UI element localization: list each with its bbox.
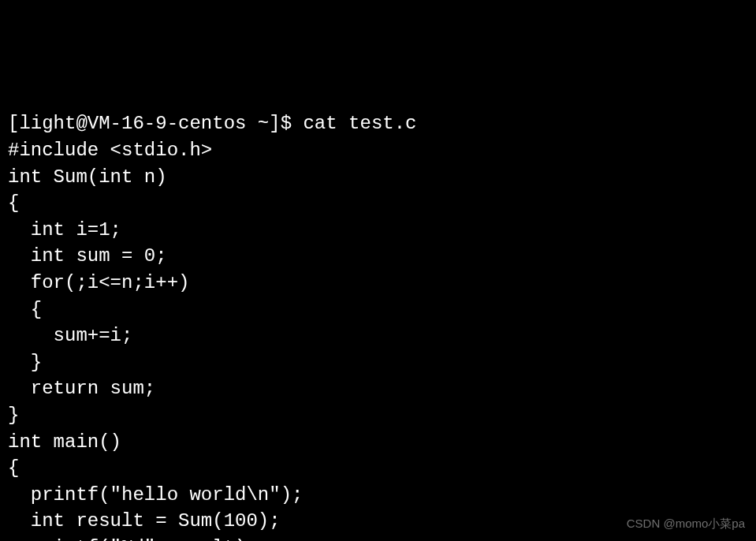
code-line: }: [8, 349, 748, 376]
watermark-text: CSDN @momo小菜pa: [627, 515, 745, 532]
code-line: printf("%d",result);: [8, 535, 748, 541]
code-line: return sum;: [8, 375, 748, 402]
shell-command: cat test.c: [303, 113, 416, 134]
code-line: }: [8, 402, 748, 429]
command-line: [light@VM-16-9-centos ~]$ cat test.c: [8, 110, 748, 137]
code-line: for(;i<=n;i++): [8, 270, 748, 297]
terminal-output[interactable]: [light@VM-16-9-centos ~]$ cat test.c#inc…: [8, 110, 748, 541]
code-line: int main(): [8, 429, 748, 456]
code-line: #include <stdio.h>: [8, 137, 748, 164]
code-line: {: [8, 297, 748, 323]
code-line: {: [8, 455, 748, 482]
shell-prompt: [light@VM-16-9-centos ~]$: [8, 113, 303, 134]
code-line: {: [8, 190, 748, 217]
code-line: int Sum(int n): [8, 164, 748, 191]
code-line: printf("hello world\n");: [8, 482, 748, 509]
code-line: int i=1;: [8, 217, 748, 244]
code-line: sum+=i;: [8, 323, 748, 349]
code-line: int sum = 0;: [8, 243, 748, 270]
